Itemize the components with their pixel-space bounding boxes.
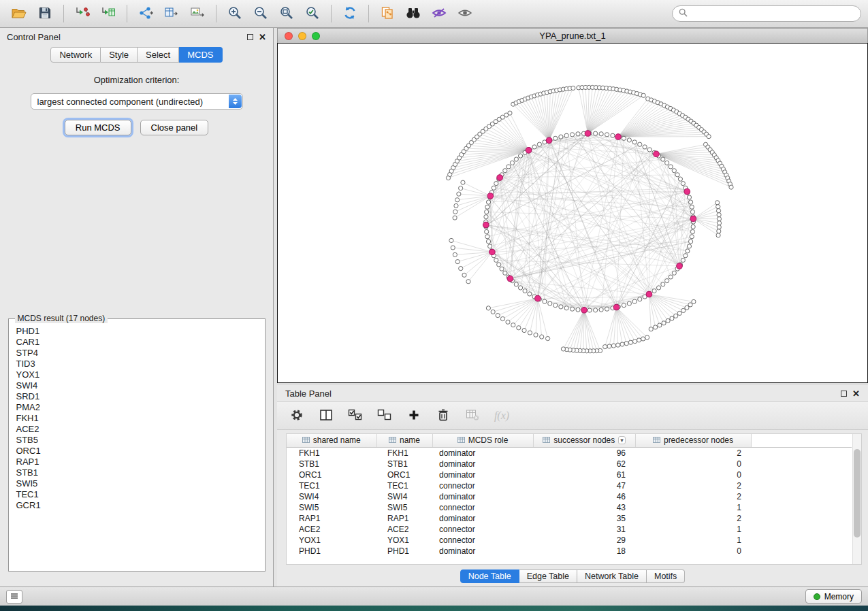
show-columns-button[interactable]: [316, 406, 336, 426]
close-panel-button[interactable]: Close panel: [140, 120, 209, 135]
find-button[interactable]: [401, 3, 425, 24]
create-column-button[interactable]: [404, 406, 424, 426]
sort-caret-icon: ▾: [618, 436, 626, 444]
refresh-view-button[interactable]: [338, 3, 362, 24]
table-row[interactable]: ORC1ORC1dominator610: [287, 469, 852, 480]
table-row[interactable]: PHD1PHD1dominator180: [287, 546, 852, 557]
tab-mcds[interactable]: MCDS: [179, 47, 222, 63]
tab-edge-table[interactable]: Edge Table: [519, 569, 577, 583]
table-row[interactable]: RAP1RAP1dominator352: [287, 513, 852, 524]
export-table-button[interactable]: [159, 3, 184, 24]
window-zoom-button[interactable]: [312, 32, 320, 40]
mcds-result-item[interactable]: STB1: [10, 467, 263, 478]
column-header-successor-nodes[interactable]: successor nodes▾: [533, 434, 635, 447]
table-row[interactable]: SWI4SWI4dominator462: [287, 491, 852, 502]
run-mcds-button[interactable]: Run MCDS: [65, 120, 131, 135]
mcds-result-item[interactable]: ACE2: [10, 424, 263, 435]
show-graphics-button[interactable]: [453, 3, 477, 24]
table-row[interactable]: TEC1TEC1connector472: [287, 480, 852, 491]
tab-network-table[interactable]: Network Table: [577, 569, 647, 583]
clone-network-button[interactable]: [375, 3, 400, 24]
delete-table-icon: [466, 409, 479, 423]
deselect-all-columns-button[interactable]: [374, 406, 395, 426]
column-header-predecessor-nodes[interactable]: predecessor nodes: [635, 434, 751, 447]
fx-icon: f(x): [494, 410, 509, 422]
column-header-shared-name[interactable]: shared name: [287, 434, 376, 447]
table-row[interactable]: ACE2ACE2connector311: [287, 524, 852, 535]
import-network-button[interactable]: [70, 3, 95, 24]
import-table-button[interactable]: [96, 3, 120, 24]
mcds-result-item[interactable]: SRD1: [10, 391, 263, 402]
mcds-result-item[interactable]: RAP1: [10, 457, 263, 467]
export-network-icon: [138, 6, 153, 22]
close-control-panel-button[interactable]: ✕: [259, 33, 266, 42]
select-all-columns-button[interactable]: [345, 406, 366, 426]
mcds-result-item[interactable]: CAR1: [10, 337, 263, 348]
network-graph[interactable]: [278, 44, 867, 382]
zoom-in-button[interactable]: [223, 3, 247, 24]
mcds-result-item[interactable]: SWI4: [10, 380, 263, 391]
export-network-button[interactable]: [133, 3, 158, 24]
mcds-result-title: MCDS result (17 nodes): [15, 314, 108, 323]
open-file-button[interactable]: [7, 3, 31, 24]
zoom-out-button[interactable]: [248, 3, 273, 24]
search-input[interactable]: [692, 9, 854, 18]
eye-icon: [457, 7, 472, 20]
zoom-fit-button[interactable]: [274, 3, 299, 24]
window-minimize-button[interactable]: [298, 32, 306, 40]
control-panel-title: Control Panel: [7, 32, 61, 42]
mcds-result-item[interactable]: SWI5: [10, 478, 263, 489]
table-scrollbar[interactable]: [852, 434, 861, 564]
node-table-header-row: shared namenameMCDS rolesuccessor nodes▾…: [287, 434, 852, 447]
mcds-result-item[interactable]: TEC1: [10, 489, 263, 500]
float-table-panel-button[interactable]: [841, 391, 847, 397]
float-control-panel-button[interactable]: [247, 34, 253, 40]
close-table-panel-button[interactable]: ✕: [852, 389, 860, 398]
mcds-result-item[interactable]: YOX1: [10, 369, 263, 380]
mcds-result-item[interactable]: PHD1: [10, 326, 263, 337]
eye-slash-icon: [432, 7, 447, 21]
zoom-selected-button[interactable]: [300, 3, 325, 24]
mcds-result-item[interactable]: PMA2: [10, 402, 263, 413]
mcds-result-item[interactable]: ORC1: [10, 446, 263, 457]
gear-icon: [290, 408, 304, 424]
function-builder-button[interactable]: f(x): [492, 406, 512, 426]
save-session-button[interactable]: [33, 3, 57, 24]
optimization-criterion-label: Optimization criterion:: [94, 75, 180, 85]
tab-motifs[interactable]: Motifs: [647, 569, 685, 583]
mcds-result-item[interactable]: TID3: [10, 359, 263, 369]
task-history-button[interactable]: [6, 590, 22, 604]
delete-table-button[interactable]: [462, 406, 483, 426]
toolbar-separator: [63, 5, 64, 22]
window-close-button[interactable]: [285, 32, 293, 40]
tab-node-table[interactable]: Node Table: [460, 569, 519, 583]
optimization-criterion-dropdown[interactable]: largest connected component (undirected): [31, 93, 243, 110]
close-icon: ✕: [852, 389, 860, 398]
toolbar-separator: [331, 5, 332, 22]
column-header-MCDS-role[interactable]: MCDS role: [432, 434, 533, 447]
table-row[interactable]: STB1STB1dominator620: [287, 459, 852, 469]
tab-select[interactable]: Select: [138, 47, 179, 63]
hide-graphics-button[interactable]: [427, 3, 451, 24]
table-row[interactable]: FKH1FKH1dominator962: [287, 447, 852, 459]
column-header-name[interactable]: name: [376, 434, 432, 447]
delete-column-button[interactable]: [433, 406, 453, 426]
table-row[interactable]: YOX1YOX1connector291: [287, 535, 852, 546]
network-canvas[interactable]: [277, 43, 868, 383]
unchecked-boxes-icon: [377, 409, 392, 423]
network-window-titlebar[interactable]: YPA_prune.txt_1: [277, 28, 868, 43]
mcds-result-item[interactable]: STP4: [10, 348, 263, 359]
mcds-result-item[interactable]: STB5: [10, 435, 263, 446]
export-table-icon: [164, 6, 179, 22]
table-row[interactable]: SWI5SWI5connector431: [287, 502, 852, 513]
tab-network[interactable]: Network: [50, 47, 101, 63]
table-settings-button[interactable]: [287, 406, 307, 426]
search-field: [672, 5, 861, 22]
export-image-button[interactable]: [185, 3, 210, 24]
binoculars-icon: [405, 7, 421, 21]
memory-button[interactable]: Memory: [805, 589, 862, 604]
mcds-result-item[interactable]: GCR1: [10, 500, 263, 511]
table-scrollbar-thumb[interactable]: [854, 449, 861, 538]
tab-style[interactable]: Style: [101, 47, 138, 63]
mcds-result-item[interactable]: FKH1: [10, 413, 263, 424]
